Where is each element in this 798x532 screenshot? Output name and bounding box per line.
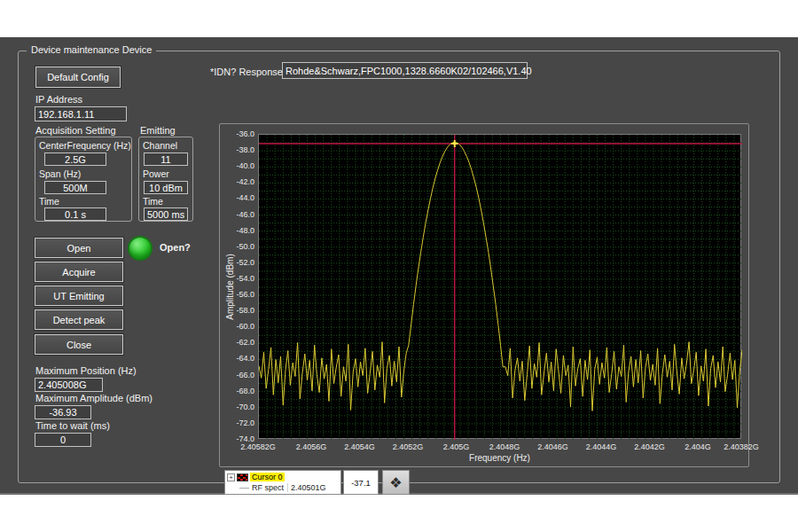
- channel-label: Channel: [143, 140, 177, 151]
- x-tick: 2.4048G: [478, 442, 531, 451]
- y-tick: -50.0: [220, 242, 254, 251]
- close-button[interactable]: Close: [35, 334, 123, 355]
- time-to-wait-input[interactable]: [35, 433, 91, 447]
- y-tick: -62.0: [220, 338, 254, 347]
- y-tick: -44.0: [220, 193, 254, 202]
- ip-address-input[interactable]: [35, 106, 127, 121]
- y-tick: -64.0: [220, 354, 254, 363]
- power-input[interactable]: [144, 181, 188, 194]
- x-tick: 2.405G: [429, 442, 482, 451]
- acquisition-setting-label: Acquisition Setting: [35, 125, 116, 136]
- y-tick: -36.0: [220, 129, 254, 138]
- acquisition-time-input[interactable]: [44, 207, 106, 221]
- x-tick: 2.40582G: [231, 442, 285, 451]
- cursor-mover-button[interactable]: ❖: [382, 470, 410, 495]
- y-tick: -72.0: [220, 419, 254, 427]
- cursor-plot-name[interactable]: RF spect: [252, 483, 284, 492]
- acquisition-groupbox: CenterFrequency (Hz) Span (Hz) Time: [35, 137, 132, 222]
- max-amplitude-label: Maximum Amplitude (dBm): [35, 393, 153, 403]
- emitting-label: Emitting: [140, 125, 176, 136]
- x-tick: 2.40382G: [715, 442, 768, 451]
- emitting-time-label: Time: [143, 196, 163, 207]
- x-tick: 2.4052G: [381, 442, 434, 451]
- plot-thumbnail-icon: [237, 473, 248, 481]
- span-input[interactable]: [44, 181, 106, 194]
- spectrum-graph: Amplitude (dBm) -36.0-38.0-40.0-42.0-44.…: [219, 123, 749, 467]
- cursor-name[interactable]: Cursor 0: [250, 473, 285, 481]
- main-panel: Device maintenance Device Default Config…: [0, 37, 798, 495]
- ip-address-label: IP Address: [35, 94, 82, 105]
- y-tick: -60.0: [220, 322, 254, 331]
- acquisition-time-label: Time: [39, 196, 59, 207]
- power-label: Power: [143, 168, 169, 179]
- span-label: Span (Hz): [39, 168, 81, 179]
- y-tick: -48.0: [220, 226, 254, 235]
- open-button[interactable]: Open: [35, 238, 123, 258]
- max-position-label: Maximum Position (Hz): [35, 365, 137, 376]
- time-to-wait-label: Time to wait (ms): [35, 420, 110, 431]
- open-led-indicator: [128, 236, 153, 261]
- emitting-groupbox: Channel Power Time: [138, 137, 193, 222]
- channel-input[interactable]: [144, 153, 188, 166]
- plot-line-sample-icon: [239, 488, 249, 489]
- center-frequency-label: CenterFrequency (Hz): [39, 140, 131, 151]
- cursor-x-value[interactable]: 2.40501G: [287, 483, 326, 492]
- groupbox-title: Device maintenance Device: [27, 44, 156, 55]
- center-frequency-input[interactable]: [44, 153, 106, 166]
- y-tick: -40.0: [220, 161, 254, 170]
- ut-emitting-button[interactable]: UT Emitting: [35, 286, 123, 306]
- y-tick: -42.0: [220, 177, 254, 186]
- y-tick: -70.0: [220, 403, 254, 411]
- detect-peak-button[interactable]: Detect peak: [35, 309, 123, 330]
- x-axis-label: Frequency (Hz): [258, 453, 741, 463]
- x-tick: 2.4046G: [526, 442, 579, 451]
- cursor-y-value[interactable]: -37.1: [343, 470, 379, 495]
- y-tick: -38.0: [220, 145, 254, 154]
- cursor-mover-icon: ❖: [389, 474, 402, 491]
- y-axis-label: Amplitude (dBm): [225, 199, 235, 376]
- x-tick: 2.4056G: [285, 442, 338, 451]
- y-tick: -68.0: [220, 387, 254, 395]
- idn-response-value: Rohde&Schwarz,FPC1000,1328.6660K02/10246…: [282, 62, 528, 79]
- y-tick: -46.0: [220, 210, 254, 219]
- y-tick: -52.0: [220, 258, 254, 267]
- acquire-button[interactable]: Acquire: [35, 262, 123, 282]
- y-tick: -58.0: [220, 306, 254, 315]
- y-tick: -54.0: [220, 274, 254, 283]
- cursor-legend: + Cursor 0 RF spect 2.40501G -37.1 ❖: [224, 470, 410, 495]
- x-tick: 2.4044G: [575, 442, 628, 451]
- default-config-button[interactable]: Default Config: [35, 66, 121, 88]
- plot-area[interactable]: [258, 134, 741, 439]
- expander-icon[interactable]: +: [227, 473, 235, 481]
- x-tick: 2.4042G: [622, 442, 676, 451]
- x-tick: 2.4054G: [332, 442, 386, 451]
- open-led-label: Open?: [160, 242, 191, 253]
- max-amplitude-value: -36.93: [35, 405, 91, 419]
- max-position-value: 2.405008G: [35, 378, 103, 392]
- y-tick: -56.0: [220, 290, 254, 299]
- y-tick: -66.0: [220, 371, 254, 379]
- emitting-time-input[interactable]: [144, 207, 188, 221]
- idn-response-label: *IDN? Response: [210, 66, 283, 77]
- cursor-legend-table[interactable]: + Cursor 0 RF spect 2.40501G: [224, 470, 341, 495]
